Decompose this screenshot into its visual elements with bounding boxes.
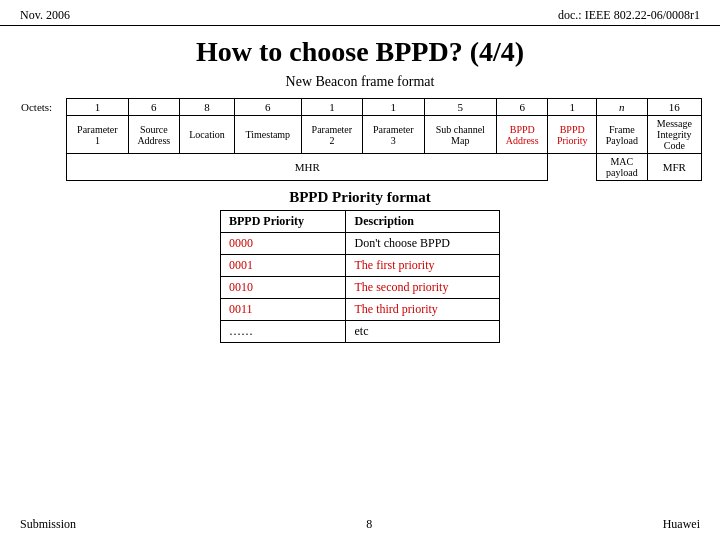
bppd-section-title: BPPD Priority format xyxy=(289,189,431,206)
message-integrity-cell: MessageIntegrityCode xyxy=(647,116,701,154)
bppd-0011: 0011 xyxy=(221,299,346,321)
bppd-description-header: Description xyxy=(346,211,500,233)
bppd-0011-desc: The third priority xyxy=(346,299,500,321)
bppd-priority-cell: BPPDPriority xyxy=(548,116,597,154)
header-right: doc.: IEEE 802.22-06/0008r1 xyxy=(558,8,700,23)
bppd-0010-desc: The second priority xyxy=(346,277,500,299)
octets-6c: 6 xyxy=(497,99,548,116)
subchannel-cell: Sub channelMap xyxy=(424,116,497,154)
octets-1c: 1 xyxy=(363,99,424,116)
param3-cell: Parameter3 xyxy=(363,116,424,154)
bppd-0010: 0010 xyxy=(221,277,346,299)
bppd-0001-desc: The first priority xyxy=(346,255,500,277)
octets-label: Octets: xyxy=(18,99,67,116)
bppd-0000: 0000 xyxy=(221,233,346,255)
beacon-frame-table: Octets: 1 6 8 6 1 1 5 6 1 n 16 Parameter… xyxy=(0,98,720,181)
octets-n: n xyxy=(596,99,647,116)
footer-submission: Submission xyxy=(20,517,76,532)
octets-16: 16 xyxy=(647,99,701,116)
param1-cell: Parameter1 xyxy=(67,116,128,154)
table-row: 0010 The second priority xyxy=(221,277,500,299)
table-row: …… etc xyxy=(221,321,500,343)
table-row: 0011 The third priority xyxy=(221,299,500,321)
octets-1: 1 xyxy=(67,99,128,116)
octets-6a: 6 xyxy=(128,99,179,116)
mac-payload-cell: MACpayload xyxy=(596,154,647,181)
footer: Submission 8 Huawei xyxy=(0,517,720,532)
param2-cell: Parameter2 xyxy=(301,116,362,154)
page-title: How to choose BPPD? (4/4) xyxy=(0,26,720,74)
footer-company: Huawei xyxy=(663,517,700,532)
octets-8: 8 xyxy=(179,99,234,116)
octets-1d: 1 xyxy=(548,99,597,116)
mhr-cell: MHR xyxy=(67,154,548,181)
bppd-priority-header: BPPD Priority xyxy=(221,211,346,233)
mfr-cell: MFR xyxy=(647,154,701,181)
footer-page-number: 8 xyxy=(366,517,372,532)
octets-5: 5 xyxy=(424,99,497,116)
header-left: Nov. 2006 xyxy=(20,8,70,23)
table-row: 0000 Don't choose BPPD xyxy=(221,233,500,255)
timestamp-cell: Timestamp xyxy=(234,116,301,154)
frame-payload-cell: FramePayload xyxy=(596,116,647,154)
source-addr-cell: SourceAddress xyxy=(128,116,179,154)
octets-6b: 6 xyxy=(234,99,301,116)
location-cell: Location xyxy=(179,116,234,154)
bppd-0001: 0001 xyxy=(221,255,346,277)
octets-1b: 1 xyxy=(301,99,362,116)
bppd-priority-table: BPPD Priority Description 0000 Don't cho… xyxy=(220,210,500,343)
bppd-table-header: BPPD Priority Description xyxy=(221,211,500,233)
bppd-addr-cell: BPPDAddress xyxy=(497,116,548,154)
bppd-etc-desc: etc xyxy=(346,321,500,343)
table-row: 0001 The first priority xyxy=(221,255,500,277)
bppd-0000-desc: Don't choose BPPD xyxy=(346,233,500,255)
bppd-priority-section: BPPD Priority format BPPD Priority Descr… xyxy=(0,189,720,343)
bppd-dots: …… xyxy=(221,321,346,343)
subtitle: New Beacon frame format xyxy=(0,74,720,90)
